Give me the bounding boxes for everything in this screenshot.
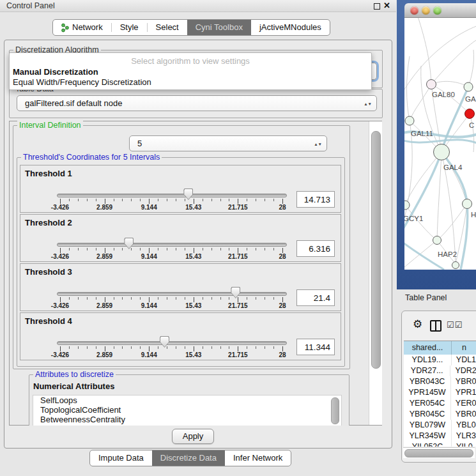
popup-option-manual-discretization[interactable]: Manual Discretization [11, 67, 100, 77]
table-row[interactable]: YLR345WYLR3 [404, 431, 476, 441]
tick-mark [78, 297, 79, 300]
float-window-icon[interactable] [374, 3, 380, 10]
network-canvas[interactable]: GAL80 GA C GAL11 GAL4 GCY1 H HAP2 [404, 18, 476, 270]
tab-style[interactable]: Style [112, 20, 147, 35]
node-gal80[interactable] [427, 80, 436, 89]
tick-mark [69, 346, 70, 349]
table-row[interactable]: YIL052CYIL0 [404, 441, 476, 447]
zoom-traffic-light-icon[interactable] [433, 6, 441, 15]
column-header-name[interactable]: n [452, 341, 476, 355]
cell: YBR0 [451, 409, 476, 420]
threshold-4-value-field[interactable]: 11.344 [296, 339, 335, 355]
horizontal-scrollbar[interactable] [403, 447, 475, 458]
node-gal11[interactable] [405, 116, 414, 125]
tick-mark [229, 199, 229, 201]
list-item[interactable]: BetweennessCentrality [33, 415, 341, 424]
threshold-2-slider-track[interactable] [57, 243, 287, 247]
node-h[interactable] [463, 199, 472, 209]
threshold-label: Threshold 4 [25, 316, 72, 326]
tick-label: 21.715 [228, 351, 248, 358]
column-header-shared[interactable]: shared... [404, 341, 452, 355]
tick-mark [203, 248, 203, 250]
checkboxes-icon[interactable]: ☑☑ [447, 320, 463, 330]
tab-impute-data[interactable]: Impute Data [90, 450, 152, 466]
tick-mark [176, 346, 176, 349]
threshold-3-slider-track[interactable] [57, 292, 287, 296]
cell: YDR2 [450, 365, 476, 376]
threshold-4-slider-track[interactable] [57, 341, 287, 345]
tick-mark [131, 199, 132, 201]
horizontal-scrollbar-thumb[interactable] [404, 449, 473, 457]
list-item[interactable]: SelfLoops [33, 395, 341, 405]
table-row[interactable]: YPR145WYPR1 [404, 387, 476, 398]
tab-network[interactable]: Network [53, 20, 111, 35]
threshold-2-value-field[interactable]: 6.316 [296, 240, 335, 257]
tab-select[interactable]: Select [148, 20, 187, 35]
tick-mark [247, 199, 247, 201]
slider-scale: -3.4262.8599.14415.4321.71528 [20, 297, 341, 311]
tick-label: 15.43 [185, 302, 201, 309]
tick-label: 2.859 [96, 302, 112, 309]
close-icon[interactable]: ✕ [383, 1, 390, 10]
number-of-intervals-combobox[interactable]: 5 ▲▼ [129, 135, 327, 151]
node-label-gal4: GAL4 [443, 164, 463, 171]
tick-mark [185, 346, 185, 349]
node-gal4[interactable] [434, 144, 450, 160]
tick-label: 28 [279, 302, 286, 309]
threshold-1-value-field[interactable]: 14.713 [296, 191, 335, 208]
tick-mark [238, 297, 238, 302]
tick-mark [220, 297, 221, 300]
tick-label: 15.43 [185, 253, 201, 260]
tick-mark [158, 297, 158, 300]
tick-mark [114, 346, 114, 349]
split-columns-icon[interactable] [430, 320, 441, 332]
cell: YLR345W [404, 431, 452, 441]
minimize-traffic-light-icon[interactable] [422, 6, 430, 15]
slider-scale: -3.4262.8599.14415.4321.71528 [20, 248, 341, 261]
tab-cyni-toolbox[interactable]: Cyni Toolbox [187, 20, 251, 35]
tab-label: Cyni Toolbox [196, 20, 243, 35]
table-row[interactable]: YBL079WYBL0 [404, 420, 476, 431]
combo-stepper-icon: ▲▼ [314, 142, 322, 145]
threshold-label: Threshold 2 [25, 218, 72, 227]
tab-jactivemnodules[interactable]: jActiveMNodules [251, 20, 330, 35]
network-icon [61, 23, 69, 33]
tick-label: -3.426 [51, 204, 69, 211]
node-partial[interactable] [452, 262, 459, 269]
popup-option-equal-width-frequency[interactable]: Equal Width/Frequency Discretization [11, 77, 153, 87]
network-window-titlebar[interactable] [404, 3, 476, 18]
threshold-label: Threshold 3 [25, 267, 72, 277]
threshold-1-slider-track[interactable] [57, 194, 287, 197]
tick-mark [140, 199, 141, 201]
gear-icon[interactable]: ⚙ [413, 319, 422, 330]
tab-infer-network[interactable]: Infer Network [225, 450, 291, 466]
node-ga[interactable] [464, 82, 473, 91]
table-data-combobox[interactable]: galFiltered.sif default node ▲▼ [17, 95, 377, 111]
tick-label: 9.144 [141, 351, 157, 358]
node-gcy1[interactable] [404, 201, 410, 210]
table-row[interactable]: YBR043CYBR0 [404, 376, 476, 387]
node-hap2[interactable] [433, 236, 441, 245]
tick-mark [238, 346, 238, 351]
table-row[interactable]: YBR045CYBR0 [404, 409, 476, 420]
tick-mark [167, 199, 167, 201]
list-item[interactable]: TopologicalCoefficient [33, 405, 341, 415]
apply-button[interactable]: Apply [172, 429, 214, 444]
close-traffic-light-icon[interactable] [410, 6, 418, 15]
node-label-h: H [471, 211, 476, 219]
tick-mark [220, 346, 221, 349]
table-row[interactable]: YER054CYER0 [404, 398, 476, 409]
tick-mark [78, 346, 79, 349]
numerical-attributes-label: Numerical Attributes [33, 381, 114, 391]
table-row[interactable]: YDL19...YDL1 [404, 355, 476, 365]
vertical-scrollbar[interactable] [369, 121, 382, 425]
vertical-scrollbar-thumb[interactable] [371, 131, 381, 369]
node-selected-red[interactable] [465, 109, 475, 119]
tick-mark [122, 346, 123, 349]
table-row[interactable]: YDR27...YDR2 [404, 365, 476, 376]
tick-mark [185, 248, 185, 250]
tab-discretize-data[interactable]: Discretize Data [152, 450, 225, 466]
tick-mark [149, 248, 150, 253]
list-scrollbar-thumb[interactable] [331, 397, 339, 424]
threshold-3-value-field[interactable]: 21.4 [296, 289, 335, 306]
